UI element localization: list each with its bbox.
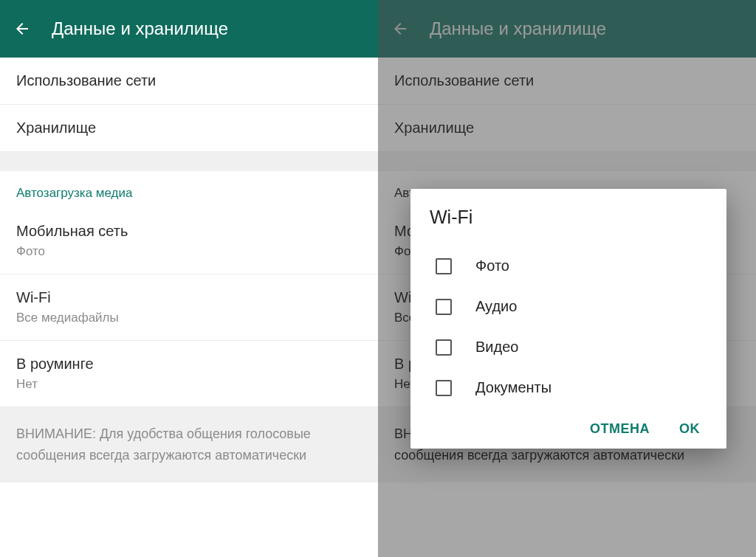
app-header: Данные и хранилище <box>0 0 378 58</box>
row-mobile-network[interactable]: Мобильная сеть Фото <box>0 208 378 274</box>
page-title: Данные и хранилище <box>430 18 606 39</box>
row-label: В роуминге <box>16 356 362 373</box>
dialog-actions: ОТМЕНА OK <box>430 421 707 437</box>
row-storage[interactable]: Хранилище <box>378 105 756 152</box>
row-label: Хранилище <box>16 120 362 136</box>
row-wifi[interactable]: Wi-Fi Все медиафайлы <box>0 274 378 341</box>
app-header: Данные и хранилище <box>378 0 756 58</box>
option-label: Фото <box>475 257 509 274</box>
option-video[interactable]: Видео <box>430 327 707 367</box>
row-label: Использование сети <box>394 72 740 89</box>
settings-screen-right: Данные и хранилище Использование сети Хр… <box>378 0 756 557</box>
back-arrow-icon[interactable] <box>13 20 31 38</box>
row-storage[interactable]: Хранилище <box>0 105 378 152</box>
option-label: Аудио <box>475 298 517 315</box>
section-gap <box>0 152 378 171</box>
option-docs[interactable]: Документы <box>430 367 707 408</box>
cancel-button[interactable]: ОТМЕНА <box>590 421 650 437</box>
row-network-usage[interactable]: Использование сети <box>0 58 378 105</box>
row-sub: Фото <box>16 244 362 259</box>
wifi-dialog: Wi-Fi Фото Аудио Видео Документы ОТМЕНА … <box>410 189 726 449</box>
checkbox-icon[interactable] <box>436 380 452 396</box>
row-sub: Нет <box>16 377 362 392</box>
row-sub: Все медиафайлы <box>16 311 362 325</box>
back-arrow-icon[interactable] <box>391 20 409 38</box>
checkbox-icon[interactable] <box>436 299 452 315</box>
settings-screen-left: Данные и хранилище Использование сети Хр… <box>0 0 378 557</box>
row-network-usage[interactable]: Использование сети <box>378 58 756 105</box>
page-title: Данные и хранилище <box>52 18 228 39</box>
info-note: ВНИМАНИЕ: Для удобства общения голосовые… <box>0 407 378 482</box>
dialog-title: Wi-Fi <box>430 207 707 228</box>
checkbox-icon[interactable] <box>436 339 452 356</box>
row-roaming[interactable]: В роуминге Нет <box>0 341 378 407</box>
row-label: Использование сети <box>16 72 362 89</box>
row-label: Мобильная сеть <box>16 223 362 240</box>
ok-button[interactable]: OK <box>679 421 700 437</box>
row-label: Wi-Fi <box>16 289 362 306</box>
section-gap <box>378 152 756 171</box>
option-photo[interactable]: Фото <box>430 246 707 286</box>
checkbox-icon[interactable] <box>436 258 452 274</box>
section-header-autoload: Автозагрузка медиа <box>0 171 378 208</box>
option-label: Документы <box>475 379 551 396</box>
option-label: Видео <box>475 339 518 356</box>
row-label: Хранилище <box>394 120 740 136</box>
option-audio[interactable]: Аудио <box>430 286 707 327</box>
